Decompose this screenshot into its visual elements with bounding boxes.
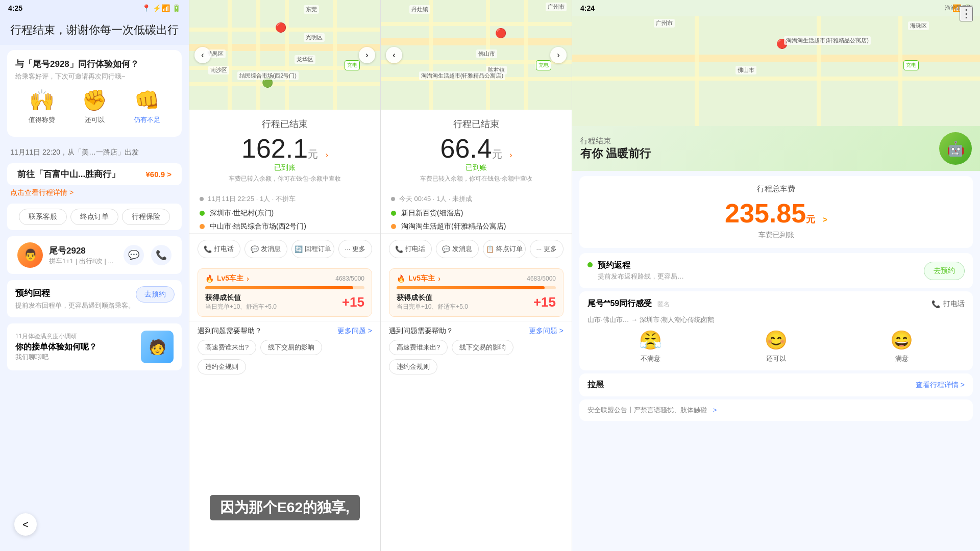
rating-satisfied[interactable]: 😄 满意 <box>890 330 913 363</box>
return-book-btn[interactable]: 去预约 <box>136 286 175 303</box>
help-tag-1-2[interactable]: 违约金规则 <box>198 359 246 374</box>
survey-tag: 11月体验满意度小调研 <box>15 332 135 341</box>
right-map-label-3: 海珠区 <box>908 21 929 30</box>
total-fee-card: 行程总车费 235.85元 > 车费已到账 <box>579 176 973 248</box>
trip-meta-2: 今天 00:45 · 1人 · 未拼成 <box>381 191 572 207</box>
endpoint-order-btn[interactable]: 终点订单 <box>70 209 118 225</box>
right-content: 行程总车费 235.85元 > 车费已到账 预约返程 提前发布返程路线，更容易…… <box>572 171 980 551</box>
survey-thumb: 🧑 <box>141 331 174 363</box>
level-progress-fill-2 <box>397 286 545 289</box>
trip-destination-card: 前往「百富中山...胜商行」 ¥60.9 > <box>7 163 182 185</box>
trip-time: 11月11日 22:20，从「美…一路店」出发 <box>10 148 139 156</box>
meta-dot-2 <box>391 197 395 201</box>
help-tag-1-1[interactable]: 线下交易的影响 <box>260 340 322 355</box>
meta-dot-1 <box>200 197 204 201</box>
charge-icon-1: 充电 <box>345 60 360 70</box>
trip-info: 11月11日 22:20，从「美…一路店」出发 <box>0 142 189 163</box>
trip-amount-2: 66.4元 › <box>381 134 572 163</box>
rating-card: 与「尾号2928」同行体验如何？ 给乘客好评，下次可邀请再次同行哦~ 🙌 值得称… <box>7 50 182 137</box>
level-progress-bar-1 <box>205 286 364 289</box>
rating-ok-right[interactable]: 😊 还可以 <box>765 330 788 363</box>
map-next-arrow-2[interactable]: › <box>550 47 567 63</box>
safety-bar: 安全联盟公告丨严禁言语骚扰、肢体触碰 > <box>579 399 973 421</box>
praise-label: 值得称赞 <box>29 115 55 124</box>
level-gain-value-1: +15 <box>342 294 364 310</box>
rating-option-poor[interactable]: 👊 仍有不足 <box>134 88 160 124</box>
route-from-dot-2 <box>391 211 396 216</box>
level-header-2: 🔥 Lv5车主 › 4683/5000 <box>397 274 556 283</box>
help-tags-2: 高速费谁来出? 线下交易的影响 违约金规则 <box>389 340 564 374</box>
route-from-dot-1 <box>200 211 205 216</box>
return-book-button[interactable]: 去预约 <box>924 262 965 280</box>
rating-options: 🙌 值得称赞 ✊ 还可以 👊 仍有不足 <box>15 88 174 124</box>
trip-insurance-btn[interactable]: 行程保险 <box>122 209 170 225</box>
co-passenger-phone[interactable]: 📞 打电话 <box>932 299 965 309</box>
phone-icon-right: 📞 <box>932 300 940 308</box>
return-booking-dot <box>587 262 593 267</box>
phone-icon[interactable]: 📞 <box>151 245 172 265</box>
level-gain-value-2: +15 <box>533 294 556 310</box>
trip-detail-link[interactable]: 点击查看行程详情 > <box>0 185 189 201</box>
contact-service-btn[interactable]: 联系客服 <box>19 209 67 225</box>
route-to-dot-1 <box>200 224 205 229</box>
right-header-bar: 行程结束 有你 温暖前行 🤖 渔渔题风车 <box>572 126 980 171</box>
co-passenger-name: 尾号**59同行感受 <box>587 299 652 308</box>
help-section-2: 遇到问题需要帮助？ 更多问题 > 高速费谁来出? 线下交易的影响 违约金规则 <box>381 321 572 380</box>
right-status-bar: 4:24 📶 🔋 <box>572 0 980 16</box>
right-map-label-2: 佛山市 <box>736 66 756 74</box>
rating-unsatisfied[interactable]: 😤 不满意 <box>639 330 662 363</box>
help-title-2: 遇到问题需要帮助？ 更多问题 > <box>389 327 564 336</box>
call-btn-2[interactable]: 📞 打电话 <box>389 240 432 258</box>
help-tag-1-0[interactable]: 高速费谁来出? <box>198 340 256 355</box>
return-order-btn-1[interactable]: 🔄 回程订单 <box>291 240 334 258</box>
level-progress-text-1: 4683/5000 <box>335 275 364 282</box>
return-booking-info: 预约返程 提前发布返程路线，更容易… <box>598 260 684 281</box>
safety-arrow[interactable]: > <box>713 406 717 414</box>
ok-emoji: ✊ <box>82 88 107 112</box>
map-prev-arrow-1[interactable]: ‹ <box>194 47 211 63</box>
map-prev-arrow-2[interactable]: ‹ <box>386 47 402 63</box>
blacklist-link[interactable]: 查看行程详情 > <box>916 381 965 390</box>
more-btn-2[interactable]: ··· 更多 <box>530 240 564 258</box>
return-booking-sub: 提前发布返程路线，更容易… <box>598 272 684 281</box>
level-card-1: 🔥 Lv5车主 › 4683/5000 获得成长值 当日完单+10、舒适车+5.… <box>198 268 372 317</box>
message-icon[interactable]: 💬 <box>124 245 144 265</box>
trip-amount-1: 162.1元 › <box>189 134 380 163</box>
rating-option-ok[interactable]: ✊ 还可以 <box>82 88 107 124</box>
more-options-btn[interactable]: ⋮ <box>960 6 973 21</box>
level-progress-bar-2 <box>397 286 556 289</box>
back-button[interactable]: < <box>14 513 37 536</box>
charge-icon-2: 充电 <box>536 60 551 70</box>
right-map-label-1: 广州市 <box>654 19 675 28</box>
unsatisfied-emoji: 😤 <box>639 330 662 351</box>
right-map: 广州市 佛山市 海珠区 🔴 淘淘淘生活超市(轩雅精品公寓店) 充电 <box>572 16 980 126</box>
message-btn-2[interactable]: 💬 发消息 <box>436 240 479 258</box>
trip-card-content-1: 行程已结束 162.1元 › 已到账 车费已转入余额，你可在钱包-余额中查收 1… <box>189 110 380 551</box>
co-passenger-route: 山市·佛山市… → 深圳市·潮人潮心传统卤鹅 <box>587 315 965 324</box>
help-tag-2-2[interactable]: 违约金规则 <box>389 359 437 374</box>
help-more-link-2[interactable]: 更多问题 > <box>529 327 564 336</box>
right-destination-label: 淘淘淘生活超市(轩雅精品公寓店) <box>784 36 870 45</box>
poor-emoji: 👊 <box>134 88 160 112</box>
rating-option-praise[interactable]: 🙌 值得称赞 <box>29 88 55 124</box>
right-header-text-wrapper: 行程结束 有你 温暖前行 <box>580 136 651 161</box>
more-btn-1[interactable]: ··· 更多 <box>338 240 372 258</box>
level-bottom-2: 获得成长值 当日完单+10、舒适车+5.0 +15 <box>397 293 556 311</box>
help-more-link-1[interactable]: 更多问题 > <box>337 327 372 336</box>
pseudo-map-right: 广州市 佛山市 海珠区 🔴 淘淘淘生活超市(轩雅精品公寓店) 充电 <box>572 16 980 126</box>
message-btn-1[interactable]: 💬 发消息 <box>244 240 287 258</box>
help-tag-2-1[interactable]: 线下交易的影响 <box>452 340 513 355</box>
map-label-danzao: 丹灶镇 <box>409 5 430 14</box>
driver-card: 👨 尾号2928 拼车1+1 | 出行8次 | ... 💬 📞 <box>7 236 182 274</box>
endpoint-btn-2[interactable]: 📋 终点订单 <box>483 240 526 258</box>
map-label-guangzhou: 广州市 <box>546 3 567 11</box>
middle-panel-2: 丹灶镇 佛山市 陈村镇 广州市 🔴 淘淘淘生活超市(轩雅精品公寓店) 充电 ‹ … <box>380 0 572 551</box>
help-tag-2-0[interactable]: 高速费谁来出? <box>389 340 448 355</box>
route-to-1: 中山市·结民综合市场(西2号门) <box>189 220 380 233</box>
map-label-guangming: 光明区 <box>304 33 325 42</box>
map-next-arrow-1[interactable]: › <box>359 47 375 63</box>
trip-meta-1: 11月11日 22:25 · 1人 · 不拼车 <box>189 191 380 207</box>
call-btn-1[interactable]: 📞 打电话 <box>198 240 240 258</box>
right-banner-text: 有你 温暖前行 <box>580 146 651 161</box>
level-gain-info-2: 获得成长值 当日完单+10、舒适车+5.0 <box>397 293 468 311</box>
